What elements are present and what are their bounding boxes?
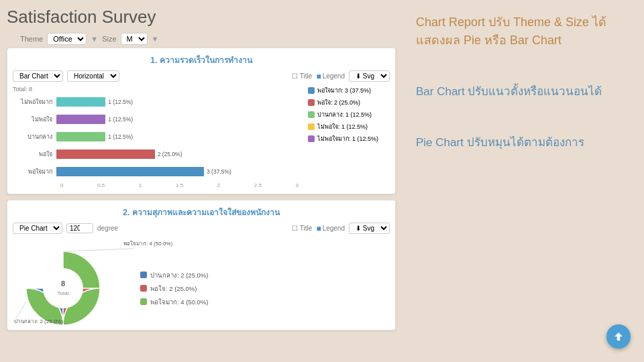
chart2-controls-right: ☐ Title ■ Legend ⬇ Svg <box>292 223 390 234</box>
bar-row: พอใจมาก3 (37.5%) <box>13 165 299 178</box>
legend-label: ไม่พอใจมาก: 1 (12.5%) <box>317 134 378 143</box>
size-label: Size <box>102 35 116 43</box>
bar-track: 1 (12.5%) <box>56 114 299 125</box>
pie-legend-item: พอใจ: 2 (25.0%) <box>140 284 208 294</box>
svg-line-3 <box>63 248 133 251</box>
x-axis-tick: 1.5 <box>176 182 183 188</box>
chart2-export-select[interactable]: ⬇ Svg <box>349 223 390 234</box>
chart1-panel: 1. ความรวดเร็วในการทำงาน Bar Chart Horiz… <box>7 48 396 194</box>
chart2-legend: ปานกลาง: 2 (25.0%)พอใจ: 2 (25.0%)พอใจมาก… <box>140 270 208 307</box>
legend-color-swatch <box>308 87 315 94</box>
chart1-controls: Bar Chart Horizontal ☐ Title ■ Legend ⬇ … <box>13 70 390 82</box>
callout-pie-mid: ปานกลาง: 2 (25.0%) <box>14 317 63 326</box>
app-title: Satisfaction Survey <box>7 7 396 27</box>
chart1-total: Total: 8 <box>13 86 299 93</box>
bar-label: ไม่พอใจ <box>13 115 56 124</box>
bar-track: 1 (12.5%) <box>56 131 299 142</box>
feature2-text: Bar Chart ปรับแนวตั้งหรือแนวนอนได้ <box>416 83 631 101</box>
bar-label: พอใจมาก <box>13 167 56 176</box>
pie-legend-swatch <box>140 272 147 278</box>
bar-legend-item: ไม่พอใจมาก: 1 (12.5%) <box>308 134 390 143</box>
chart1-legend: พอใจมาก: 3 (37.5%)พอใจ: 2 (25.0%)ปานกลาง… <box>303 86 390 188</box>
legend-color-swatch <box>308 99 315 106</box>
chart1-orientation-select[interactable]: Horizontal <box>67 70 119 82</box>
chart1-title-toggle[interactable]: ☐ Title <box>292 72 312 80</box>
pie-legend-item: พอใจมาก: 4 (50.0%) <box>140 297 208 307</box>
bar-row: ไม่พอใจมาก1 (12.5%) <box>13 95 299 109</box>
bar-row: ปานกลาง1 (12.5%) <box>13 130 299 143</box>
theme-select[interactable]: Office <box>47 33 87 45</box>
bar-row: พอใจ2 (25.0%) <box>13 147 299 161</box>
feature3-text: Pie Chart ปรับหมุนได้ตามต้องการ <box>416 134 631 152</box>
x-axis-tick: 3 <box>295 182 298 188</box>
chart2-title-toggle[interactable]: ☐ Title <box>292 225 312 232</box>
bar-fill <box>56 167 204 176</box>
x-axis-tick: 0.5 <box>97 182 105 188</box>
feature1-text: Chart Report ปรับ Theme & Size ได้แสดงผล… <box>416 13 631 50</box>
bar-value-label: 1 (12.5%) <box>108 133 133 140</box>
bar-fill <box>56 149 155 159</box>
pie-legend-label: ปานกลาง: 2 (25.0%) <box>150 270 208 280</box>
pie-legend-item: ปานกลาง: 2 (25.0%) <box>140 270 208 280</box>
pie-legend-swatch <box>140 298 147 305</box>
bar-track: 3 (37.5%) <box>56 166 299 177</box>
chart1-bars: ไม่พอใจมาก1 (12.5%)ไม่พอใจ1 (12.5%)ปานกล… <box>13 95 299 178</box>
bar-legend-item: พอใจ: 2 (25.0%) <box>308 98 390 107</box>
x-axis-tick: 0 <box>60 182 63 188</box>
legend-label: พอใจมาก: 3 (37.5%) <box>317 86 371 95</box>
chart2-legend-toggle[interactable]: ■ Legend <box>316 224 345 233</box>
bar-row: ไม่พอใจ1 (12.5%) <box>13 113 299 126</box>
bar-legend-item: ไม่พอใจ: 1 (12.5%) <box>308 122 390 131</box>
chart1-legend-toggle[interactable]: ■ Legend <box>316 72 345 81</box>
legend-color-swatch <box>308 135 315 142</box>
bar-fill <box>56 132 105 141</box>
legend-color-swatch <box>308 123 315 130</box>
chart2-title: 2. ความสุภาพและความเอาใจใส่ของพนักงาน <box>13 206 390 219</box>
bar-legend-item: ปานกลาง: 1 (12.5%) <box>308 110 390 119</box>
bar-value-label: 1 (12.5%) <box>108 116 133 123</box>
legend-label: ปานกลาง: 1 (12.5%) <box>317 110 372 119</box>
chart2-controls: Pie Chart degree ☐ Title ■ Legend ⬇ Svg <box>13 223 390 234</box>
legend-label: ไม่พอใจ: 1 (12.5%) <box>317 122 368 131</box>
bar-fill <box>56 115 105 124</box>
chart2-type-select[interactable]: Pie Chart <box>13 223 62 234</box>
x-axis-tick: 2.5 <box>254 182 262 188</box>
x-axis-tick: 2 <box>217 182 220 188</box>
bar-value-label: 1 (12.5%) <box>108 99 133 105</box>
fab-scroll-top-button[interactable] <box>606 324 631 349</box>
legend-label: พอใจ: 2 (25.0%) <box>317 98 360 107</box>
svg-text:Total: Total <box>58 290 69 296</box>
svg-text:8: 8 <box>61 280 65 288</box>
chart1-bar-left: Total: 8 ไม่พอใจมาก1 (12.5%)ไม่พอใจ1 (12… <box>13 86 299 188</box>
callout-pie-max: พอใจมาก: 4 (50.0%) <box>123 239 172 248</box>
bar-label: ปานกลาง <box>13 132 56 141</box>
theme-label: Theme <box>20 35 43 43</box>
toolbar-bar: Theme Office ▼ Size M ▼ <box>7 33 396 45</box>
right-panel: Chart Report ปรับ Theme & Size ได้แสดงผล… <box>402 0 644 362</box>
bar-track: 2 (25.0%) <box>56 149 299 160</box>
bar-label: ไม่พอใจมาก <box>13 97 56 107</box>
chart2-degree-input[interactable] <box>66 223 93 233</box>
bar-track: 1 (12.5%) <box>56 97 299 107</box>
left-panel: Satisfaction Survey Theme Office ▼ Size … <box>0 0 402 362</box>
bar-value-label: 3 (37.5%) <box>207 168 231 175</box>
chart1-bar-area: Total: 8 ไม่พอใจมาก1 (12.5%)ไม่พอใจ1 (12… <box>13 86 390 188</box>
chart2-panel: 2. ความสุภาพและความเอาใจใส่ของพนักงาน Pi… <box>7 200 396 330</box>
pie-legend-swatch <box>140 285 147 292</box>
chart1-type-select[interactable]: Bar Chart <box>13 70 63 82</box>
x-axis-tick: 1 <box>139 182 142 188</box>
chart1-export-select[interactable]: ⬇ Svg <box>349 70 390 82</box>
size-select[interactable]: M <box>121 33 148 45</box>
chart2-pie-area: 8 Total พอใจมาก: 4 (50.0%) ปานกลาง: 2 (2… <box>13 238 390 330</box>
chart1-title: 1. ความรวดเร็วในการทำงาน <box>13 54 390 66</box>
bar-fill <box>56 97 105 107</box>
chart1-controls-right: ☐ Title ■ Legend ⬇ Svg <box>292 70 390 82</box>
bar-label: พอใจ <box>13 149 56 159</box>
bar-value-label: 2 (25.0%) <box>158 151 182 158</box>
chart2-degree-label: degree <box>97 225 118 232</box>
pie-legend-label: พอใจ: 2 (25.0%) <box>150 284 197 294</box>
svg-point-0 <box>43 268 83 308</box>
chart2-pie-container: 8 Total พอใจมาก: 4 (50.0%) ปานกลาง: 2 (2… <box>13 238 133 330</box>
legend-color-swatch <box>308 111 315 118</box>
pie-legend-label: พอใจมาก: 4 (50.0%) <box>150 297 208 307</box>
